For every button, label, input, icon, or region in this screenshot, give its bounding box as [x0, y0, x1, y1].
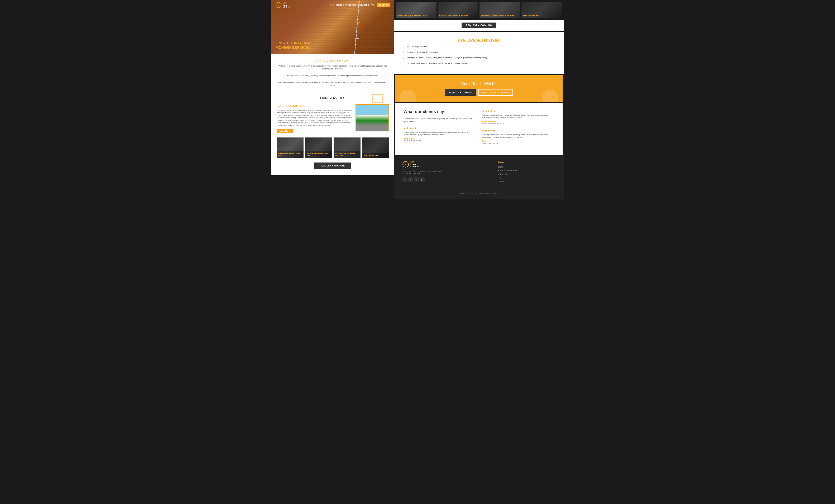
testimonial-block-steve: ★★★★★ " Lorem ipsum dolor sit amet conse…: [482, 109, 554, 125]
check-icon-3: ✔: [403, 63, 405, 65]
furniture-card-overlay: FURNITURE PLATFORM HOIST HIRE: [277, 151, 304, 158]
footer-link-faq[interactable]: FAQ: [497, 177, 555, 179]
ellie-name: Ellie: [482, 140, 554, 143]
check-icon-1: ✔: [403, 51, 405, 54]
footer-description: Lorem ipsum dolor sit amet consectetur a…: [403, 170, 444, 175]
testimonials-intro: Lorem ipsum dolor sit amet consectetur a…: [404, 117, 476, 123]
logo-text: LIFT+LOADLONDON: [283, 2, 290, 8]
service-card-construction[interactable]: CONSTRUCTION PLATFORM HOIST HIRE: [333, 138, 361, 158]
nav-home[interactable]: HOME: [329, 4, 334, 6]
nav-hoist[interactable]: HOIST & CRANE HIRE: [336, 4, 356, 6]
steve-stars: ★★★★★: [482, 109, 554, 113]
john-role: MARKETING LEAD: [404, 140, 476, 142]
social-twitter-icon[interactable]: t: [408, 177, 413, 182]
additional-item-3: ✔ Clearance service Furniture disposal, …: [403, 62, 555, 65]
about-title: LIFT & LOAD LONDON: [278, 60, 388, 62]
footer-link-home[interactable]: HOME: [497, 166, 555, 168]
ellie-stars: ★★★★★: [482, 129, 554, 132]
contact-call-button[interactable]: CALL US: 020 3239 3009: [478, 89, 513, 96]
footer-top: ✦ LIFT+LOADLONDON Lorem ipsum dolor sit …: [403, 161, 555, 188]
removals-card-label: REMOVALS PLATFORM HOIST HIRE: [307, 153, 330, 157]
hoist-section: HOIST & CRANE HIRE Furniture platform ho…: [277, 104, 389, 133]
footer-logo: ✦ LIFT+LOADLONDON: [403, 161, 489, 168]
top-construction-label: CONSTRUCTION PLATFORM HOIST HIRE: [481, 15, 514, 17]
hoist-text: HOIST & CRANE HIRE Furniture platform ho…: [277, 104, 352, 133]
services-decoration: [372, 94, 383, 103]
john-name: John Carter: [404, 138, 476, 140]
logo-icon: ✦: [276, 2, 281, 8]
footer-link-contact[interactable]: CONTACT: [497, 180, 555, 182]
footer-copyright: Copyright © 2023 Lift & Load | All Right…: [403, 192, 555, 194]
additional-item-text-1: Packing service & Furniture protection: [407, 51, 439, 53]
additional-services-title: ADDITIONAL SERVICES: [403, 38, 555, 41]
footer: ✦ LIFT+LOADLONDON Lorem ipsum dolor sit …: [394, 156, 564, 200]
service-card-furniture[interactable]: FURNITURE PLATFORM HOIST HIRE: [277, 138, 304, 158]
hero-section: ✦ LIFT+LOADLONDON HOME HOIST & CRANE HIR…: [271, 0, 394, 54]
top-service-furniture[interactable]: FURNITURE PLATFORM HOIST HIRE: [396, 2, 436, 18]
steve-testimonial-text: " Lorem ipsum dolor sit amet consectetur…: [482, 114, 554, 119]
testimonials-layout: What our clients say Lorem ipsum dolor s…: [404, 109, 554, 149]
footer-brand: ✦ LIFT+LOADLONDON Lorem ipsum dolor sit …: [403, 161, 489, 184]
contact-banner-heading: Get In Touch With Us: [404, 82, 554, 86]
furniture-card-label: FURNITURE PLATFORM HOIST HIRE: [278, 153, 302, 157]
top-furniture-label: FURNITURE PLATFORM HOIST HIRE: [398, 15, 427, 17]
check-icon-2: ✔: [403, 57, 405, 60]
top-service-construction[interactable]: CONSTRUCTION PLATFORM HOIST HIRE: [480, 2, 520, 18]
contact-request-button[interactable]: REQUEST A BOOKING: [445, 89, 476, 96]
service-cards: FURNITURE PLATFORM HOIST HIRE REMOVALS P…: [277, 138, 389, 158]
nav-faq[interactable]: FAQ: [371, 4, 375, 6]
footer-link-hoist[interactable]: HOIST & CRANE HIRE: [497, 170, 555, 172]
service-card-removals[interactable]: REMOVALS PLATFORM HOIST HIRE: [305, 138, 332, 158]
learn-more-button[interactable]: Learn More: [277, 129, 293, 133]
navigation: ✦ LIFT+LOADLONDON HOME HOIST & CRANE HIR…: [271, 2, 394, 8]
testimonials-right: ★★★★★ " Lorem ipsum dolor sit amet conse…: [482, 109, 554, 149]
steve-role: CONSTRUCTION HEAD: [482, 123, 554, 125]
footer-pages: Pages HOME HOIST & CRANE HIRE CREW HIRE …: [497, 161, 555, 184]
contact-banner: Get In Touch With Us REQUEST A BOOKING C…: [395, 75, 563, 102]
additional-item-0: ✔ Secure storage solutions: [403, 45, 555, 49]
top-removals-label: REMOVALS PLATFORM HOIST HIRE: [440, 15, 468, 17]
testimonials-left: What our clients say Lorem ipsum dolor s…: [404, 109, 476, 149]
request-booking-center: REQUEST A BOOKING: [277, 163, 389, 169]
testimonial-block-john: ★★★★★ " Lorem ipsum dolor sit amet conse…: [404, 126, 476, 142]
testimonial-block-ellie: ★★★★★ " Lorem ipsum dolor sit amet conse…: [482, 129, 554, 144]
additional-item-text-0: Secure storage solutions: [407, 45, 427, 47]
testimonials-section: What our clients say Lorem ipsum dolor s…: [395, 103, 563, 155]
top-service-hiab[interactable]: HIAB & CRANE HIRE: [522, 2, 562, 18]
john-testimonial-text: " Lorem ipsum dolor sit amet consectetur…: [404, 131, 476, 136]
about-paragraph-2: We focus on health & safety, reliability…: [278, 74, 388, 77]
social-facebook-icon[interactable]: f: [403, 177, 407, 182]
hoist-description: Furniture platform hoist, removal platfo…: [277, 109, 352, 127]
about-section: LIFT & LOAD LONDON Welcome to Lift and L…: [271, 54, 394, 92]
nav-contact-button[interactable]: CONTACT: [377, 3, 390, 7]
request-booking-button[interactable]: REQUEST A BOOKING: [314, 163, 351, 169]
top-hiab-label: HIAB & CRANE HIRE: [523, 15, 540, 17]
john-stars: ★★★★★: [404, 126, 476, 130]
nav-logo: ✦ LIFT+LOADLONDON: [276, 2, 290, 8]
footer-pages-title: Pages: [497, 161, 555, 164]
footer-social: f t in ▶: [403, 177, 489, 182]
additional-item-2: ✔ Packaging materials including Boxes, b…: [403, 57, 555, 60]
ellie-role: CONSTRUCTION: [482, 143, 554, 144]
top-service-removals[interactable]: REMOVALS PLATFORM HOIST HIRE: [438, 2, 478, 18]
hero-headline-orange: ONSITE + INTERNAL: [276, 41, 313, 45]
contact-banner-buttons: REQUEST A BOOKING CALL US: 020 3239 3009: [404, 89, 554, 96]
social-youtube-icon[interactable]: ▶: [420, 177, 425, 182]
nav-crew[interactable]: CREW HIRE: [358, 4, 369, 6]
removals-card-overlay: REMOVALS PLATFORM HOIST HIRE: [305, 151, 332, 158]
top-services-strip: FURNITURE PLATFORM HOIST HIRE REMOVALS P…: [394, 0, 564, 20]
top-request-booking-button[interactable]: REQUEST A BOOKING: [462, 23, 496, 28]
nav-links: HOME HOIST & CRANE HIRE CREW HIRE FAQ CO…: [329, 3, 390, 7]
footer-link-crew[interactable]: CREW HIRE: [497, 173, 555, 175]
footer-logo-icon: ✦: [403, 161, 409, 168]
social-linkedin-icon[interactable]: in: [414, 177, 419, 182]
about-paragraph-1: Welcome to Lift and Load London. We are …: [278, 64, 388, 70]
hoist-title: HOIST & CRANE HIRE: [277, 104, 352, 107]
testimonials-heading: What our clients say: [404, 109, 476, 114]
right-panel: FURNITURE PLATFORM HOIST HIRE REMOVALS P…: [394, 0, 564, 200]
steve-name: Steve Rhodes: [482, 121, 554, 123]
additional-services-section: ADDITIONAL SERVICES ✔ Secure storage sol…: [394, 32, 564, 74]
additional-item-text-3: Clearance service Furniture disposal, Of…: [407, 62, 469, 64]
service-card-hiab[interactable]: HIAB & CRANE HIRE: [362, 138, 389, 158]
booking-bar: REQUEST A BOOKING: [394, 20, 564, 31]
